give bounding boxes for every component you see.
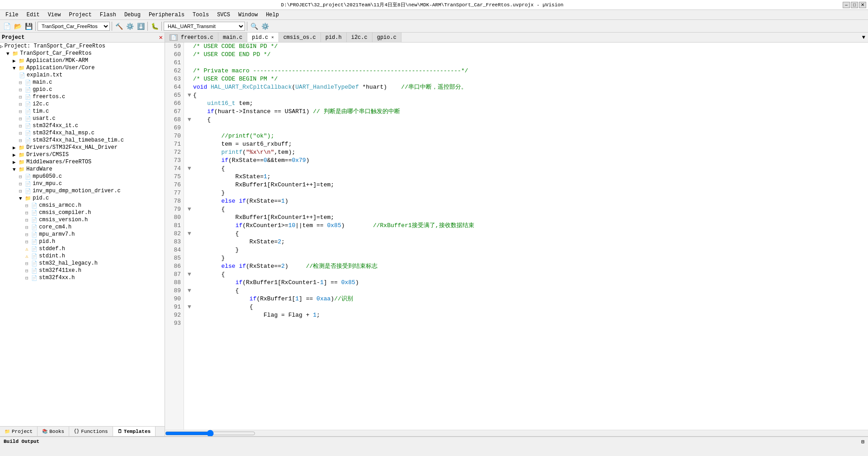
- line-num-89: 89: [168, 287, 181, 295]
- tree-item-app-user[interactable]: ▼ 📁Application/User/Core: [0, 64, 165, 71]
- maximize-button[interactable]: □: [851, 2, 858, 8]
- file-tab-gpio.c[interactable]: gpio.c: [373, 33, 401, 42]
- build-button[interactable]: 🔨: [114, 21, 124, 31]
- code-line-60: /* USER CODE END PD */: [188, 51, 864, 59]
- code-line-66: uint16_t tem;: [188, 100, 864, 108]
- tree-item-explain[interactable]: 📄explain.txt: [0, 71, 165, 79]
- file-tab-pid.c[interactable]: pid.c ✕: [247, 33, 278, 42]
- tree-item-pid-c[interactable]: ▼ 📁pid.c: [0, 195, 165, 202]
- fold-icon-68[interactable]: ▼: [188, 116, 193, 124]
- find-button[interactable]: 🔍: [249, 21, 259, 31]
- fold-icon-82[interactable]: ▼: [188, 230, 193, 238]
- left-panel-close[interactable]: ✕: [159, 33, 163, 41]
- tree-item-drivers-hal[interactable]: ▶ 📁Drivers/STM32F4xx_HAL_Driver: [0, 144, 165, 151]
- tree-item-middlewares-freertos[interactable]: ▶ 📁Middlewares/FreeRTOS: [0, 158, 165, 166]
- file-tab-freertos.c[interactable]: 📄freertos.c: [165, 33, 218, 42]
- menu-item-window[interactable]: Window: [235, 11, 261, 19]
- open-button[interactable]: 📂: [13, 21, 23, 31]
- tree-item-cmsis-compiler[interactable]: ⊟ 📄cmsis_compiler.h: [0, 209, 165, 216]
- code-line-74: ▼ {: [188, 165, 864, 173]
- left-tab-functions[interactable]: {} Functions: [69, 427, 113, 436]
- tree-label-stm32f4xx-tb: stm32f4xx_hal_timebase_tim.c: [33, 137, 124, 143]
- tree-item-inv-mpu-dmp[interactable]: ⊟ 📄inv_mpu_dmp_motion_driver.c: [0, 187, 165, 195]
- tree-item-stdint-h[interactable]: ⚠ 📄stdint.h: [0, 252, 165, 260]
- code-line-81: if(RxCounter1>=10||tem == 0x85) //RxBuff…: [188, 222, 864, 230]
- tree-item-proj[interactable]: ▼ 📁TranSport_Car_FreeRtos: [0, 50, 165, 57]
- title-bar: D:\PROJECT\32_project\2021Team\11月4日至8日\…: [0, 0, 868, 10]
- file-tab-i2c.c[interactable]: i2c.c: [347, 33, 373, 42]
- tree-item-cmsis-version[interactable]: ⊟ 📄cmsis_version.h: [0, 216, 165, 223]
- tree-item-stm32f4xx-h[interactable]: ⊟ 📄stm32f4xx.h: [0, 274, 165, 281]
- code-line-83: RxState=2;: [188, 238, 864, 246]
- rebuild-button[interactable]: ⚙️: [125, 21, 135, 31]
- file-tab-cmsis_os.c[interactable]: cmsis_os.c: [279, 33, 321, 42]
- code-content[interactable]: /* USER CODE BEGIN PD */ /* USER CODE EN…: [184, 43, 868, 430]
- h-scroll-slider[interactable]: [165, 430, 255, 437]
- func-dropdown[interactable]: HAL_UART_Transmit: [164, 22, 245, 31]
- tree-item-stm32-hal-legacy[interactable]: ⊟ 📄stm32_hal_legacy.h: [0, 260, 165, 267]
- menu-item-view[interactable]: View: [44, 11, 65, 19]
- menu-item-svcs[interactable]: SVCS: [213, 11, 234, 19]
- tree-item-i2c-c[interactable]: ⊟ 📄i2c.c: [0, 100, 165, 108]
- menu-item-tools[interactable]: Tools: [189, 11, 212, 19]
- fold-icon-79[interactable]: ▼: [188, 205, 193, 214]
- tree-item-root[interactable]: ▷Project: TranSport_Car_FreeRtos: [0, 43, 165, 50]
- menu-item-edit[interactable]: Edit: [23, 11, 43, 19]
- tree-item-core-cm4[interactable]: ⊟ 📄core_cm4.h: [0, 223, 165, 231]
- left-panel-tabs: 📁 Project📚 Books{} Functions🗒 Templates: [0, 426, 165, 436]
- tree-item-stm32f4xx-msp[interactable]: ⊟ 📄stm32f4xx_hal_msp.c: [0, 129, 165, 137]
- tree-item-pid-h[interactable]: ⊟ 📄pid.h: [0, 238, 165, 245]
- line-num-74: 74: [168, 165, 181, 173]
- menu-item-flash[interactable]: Flash: [96, 11, 120, 19]
- tree-item-drivers-cmsis[interactable]: ▶ 📁Drivers/CMSIS: [0, 151, 165, 158]
- left-tab-books[interactable]: 📚 Books: [38, 427, 69, 436]
- fold-icon-74[interactable]: ▼: [188, 165, 193, 173]
- new-file-button[interactable]: 📄: [2, 21, 12, 31]
- menu-item-debug[interactable]: Debug: [121, 11, 144, 19]
- build-output-bar: Build Output ⊟: [0, 436, 868, 446]
- tree-item-gpio-c[interactable]: ⊟ 📄gpio.c: [0, 86, 165, 93]
- tree-item-cmsis-armcc[interactable]: ⊟ 📄cmsis_armcc.h: [0, 202, 165, 209]
- fold-icon-89[interactable]: ▼: [188, 287, 193, 295]
- tree-label-drivers-cmsis: Drivers/CMSIS: [26, 152, 69, 158]
- file-tree[interactable]: ▷Project: TranSport_Car_FreeRtos▼ 📁TranS…: [0, 43, 165, 426]
- file-tabs-more-button[interactable]: ▼: [859, 34, 868, 41]
- tree-item-hardware[interactable]: ▼ 📁HardWare: [0, 166, 165, 173]
- menu-item-project[interactable]: Project: [65, 11, 95, 19]
- line-num-88: 88: [168, 279, 181, 287]
- tree-item-stddef-h[interactable]: ⚠ 📄stddef.h: [0, 245, 165, 252]
- tree-item-usart-c[interactable]: ⊟ 📄usart.c: [0, 115, 165, 122]
- settings-button[interactable]: ⚙️: [260, 21, 270, 31]
- tree-label-stm32f4xx-msp: stm32f4xx_hal_msp.c: [33, 130, 94, 136]
- minimize-button[interactable]: –: [843, 2, 850, 8]
- line-num-81: 81: [168, 222, 181, 230]
- tree-item-inv-mpu[interactable]: ⊟ 📄inv_mpu.c: [0, 180, 165, 187]
- tree-item-main-c[interactable]: ⊟ 📄main.c: [0, 79, 165, 86]
- tree-item-freertos-c[interactable]: ⊟ 📄freertos.c: [0, 93, 165, 100]
- fold-icon-91[interactable]: ▼: [188, 303, 193, 311]
- debug-button[interactable]: 🐛: [150, 21, 160, 31]
- menu-item-peripherals[interactable]: Peripherals: [145, 11, 188, 19]
- code-editor[interactable]: 5960616263646566676869707172737475767778…: [165, 43, 868, 430]
- save-button[interactable]: 💾: [24, 21, 33, 31]
- tree-item-mpu6050[interactable]: ⊟ 📄mpu6050.c: [0, 173, 165, 180]
- fold-icon-65[interactable]: ▼: [188, 91, 193, 100]
- tree-item-stm32f4xx-tb[interactable]: ⊟ 📄stm32f4xx_hal_timebase_tim.c: [0, 137, 165, 144]
- horizontal-scrollbar[interactable]: [165, 430, 868, 436]
- file-tab-main.c[interactable]: main.c: [218, 33, 247, 42]
- code-line-78: else if(RxState==1): [188, 197, 864, 205]
- download-button[interactable]: ⬇️: [136, 21, 146, 31]
- fold-icon-87[interactable]: ▼: [188, 271, 193, 279]
- close-button[interactable]: ✕: [859, 2, 866, 8]
- tree-item-tim-c[interactable]: ⊟ 📄tim.c: [0, 108, 165, 115]
- target-dropdown[interactable]: TranSport_Car_FreeRtos: [38, 22, 110, 31]
- left-tab-templates[interactable]: 🗒 Templates: [113, 427, 156, 436]
- file-tab-pid.h[interactable]: pid.h: [321, 33, 347, 42]
- tree-item-app-mdk[interactable]: ▶ 📁Application/MDK-ARM: [0, 57, 165, 64]
- tree-item-stm32f411xe[interactable]: ⊟ 📄stm32f411xe.h: [0, 267, 165, 274]
- tree-item-mpu-armv7[interactable]: ⊟ 📄mpu_armv7.h: [0, 231, 165, 238]
- tree-item-stm32f4xx-it[interactable]: ⊟ 📄stm32f4xx_it.c: [0, 122, 165, 129]
- menu-item-file[interactable]: File: [2, 11, 22, 19]
- left-tab-project[interactable]: 📁 Project: [0, 427, 38, 436]
- menu-item-help[interactable]: Help: [262, 11, 283, 19]
